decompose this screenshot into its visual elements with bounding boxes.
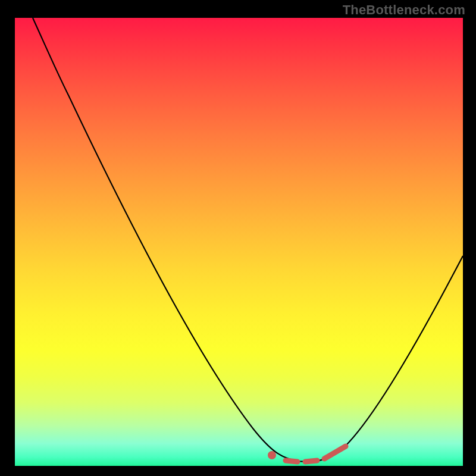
highlight-dash-3 xyxy=(324,446,346,459)
highlight-dash-1 xyxy=(286,461,298,462)
highlight-dash-2 xyxy=(305,461,317,462)
bottleneck-curve xyxy=(33,18,463,462)
highlight-start-dot xyxy=(268,451,276,459)
watermark-text: TheBottleneck.com xyxy=(343,2,465,18)
chart-area xyxy=(15,18,463,466)
chart-svg xyxy=(15,18,463,466)
